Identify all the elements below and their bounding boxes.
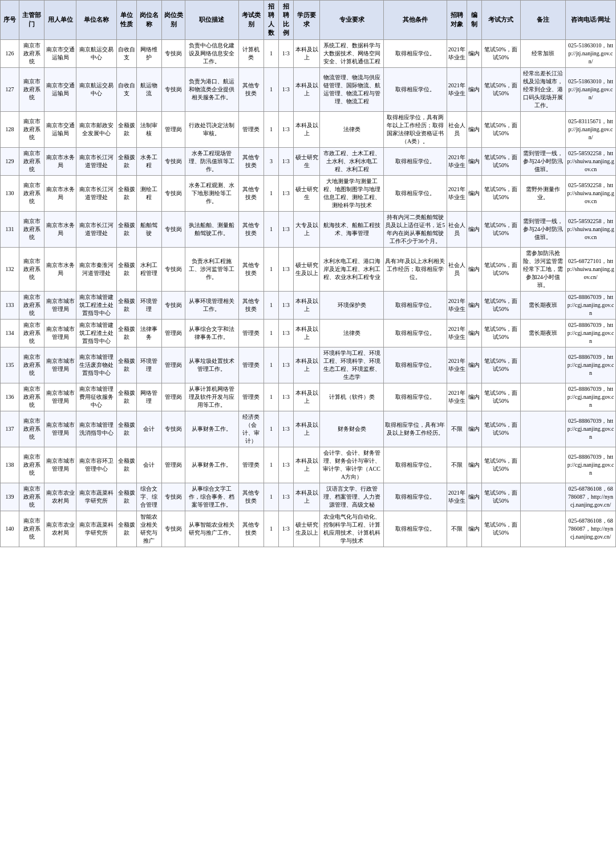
cell-unit: 南京市蔬菜科学研究所: [76, 511, 116, 547]
cell-ratio: 1∶3: [278, 111, 293, 147]
cell-num: 1: [264, 67, 279, 111]
cell-gov: 南京市政府系统: [19, 319, 44, 347]
cell-gov: 南京市政府系统: [19, 383, 44, 411]
cell-note: [520, 511, 566, 547]
table-row: 131南京市政府系统南京市水务局南京市长江河道管理处全额拨款船舶驾驶专技岗执法船…: [1, 211, 616, 247]
cell-job: 负责为港口、航运和物流类企业提供相关服务工作。: [185, 67, 239, 111]
cell-gov: 南京市政府系统: [19, 247, 44, 291]
cell-tel: 025-88867039，http://cgj.nanjing.gov.cn: [566, 383, 616, 411]
cell-no: 126: [1, 39, 19, 67]
cell-cat: 专技岗: [162, 67, 185, 111]
header-method: 考试方式: [481, 1, 520, 40]
cell-pos: 综合文字、综合管理: [136, 483, 161, 511]
cell-edit: 编内: [467, 39, 481, 67]
cell-edu: 本科及以上: [293, 39, 320, 67]
cell-target: 2021年毕业生: [447, 319, 467, 347]
cell-tel: 025-88867039，http://cgj.nanjing.gov.cn: [566, 319, 616, 347]
cell-req: 取得相应学位。: [383, 483, 447, 511]
cell-cat: 管理岗: [162, 383, 185, 411]
cell-tel: 025-88867039，http://cgj.nanjing.gov.cn: [566, 447, 616, 483]
cell-edit: 编内: [467, 111, 481, 147]
cell-pos: 水务工程: [136, 147, 161, 175]
cell-exam: 其他专技类: [238, 147, 264, 175]
cell-no: 129: [1, 147, 19, 175]
cell-major: 系统工程、数据科学与大数据技术、网络空间安全、计算机通信工程: [320, 39, 383, 67]
cell-pos: 网络管理: [136, 383, 161, 411]
header-ratio: 招聘比例: [278, 1, 293, 40]
cell-method: 笔试50%，面试50%: [481, 147, 520, 175]
cell-no: 137: [1, 411, 19, 447]
table-row: 137南京市政府系统南京市城市管理局南京市城管理洗消指导中心全额拨款会计专技岗从…: [1, 411, 616, 447]
cell-tel: 025-88867039，http://cgj.nanjing.gov.cn: [566, 347, 616, 383]
cell-method: 笔试50%，面试50%: [481, 319, 520, 347]
cell-nature: 自收自支: [116, 67, 136, 111]
cell-dept: 南京市水务局: [44, 147, 76, 175]
cell-dept: 南京市水务局: [44, 211, 76, 247]
cell-gov: 南京市政府系统: [19, 175, 44, 211]
cell-cat: 专技岗: [162, 39, 185, 67]
cell-major: 法律类: [320, 319, 383, 347]
cell-pos: 会计: [136, 447, 161, 483]
cell-gov: 南京市政府系统: [19, 291, 44, 319]
cell-job: 负责水利工程施工、涉河监管等工作。: [185, 247, 239, 291]
cell-method: 笔试50%，面试50%: [481, 291, 520, 319]
cell-num: 1: [264, 175, 279, 211]
cell-unit: 南京市蔬菜科学研究所: [76, 483, 116, 511]
cell-no: 132: [1, 247, 19, 291]
cell-tel: 025-88867039，http://cgj.nanjing.gov.cn: [566, 411, 616, 447]
cell-tel: 025-58592258，http://shuiwu.nanjing.gov.c…: [566, 211, 616, 247]
cell-pos: 会计: [136, 411, 161, 447]
table-row: 135南京市政府系统南京市城市管理局南京市城管理生活废弃物处置指导中心全额拨款环…: [1, 347, 616, 383]
cell-cat: 专技岗: [162, 211, 185, 247]
cell-nature: 全额拨款: [116, 211, 136, 247]
cell-ratio: 1∶3: [278, 247, 293, 291]
cell-note: 需到管理一线，参与24小时防汛值班。: [520, 147, 566, 175]
cell-exam: 计算机类: [238, 39, 264, 67]
cell-no: 134: [1, 319, 19, 347]
cell-unit: 南京市城管建筑工程渣土处置指导中心: [76, 291, 116, 319]
cell-cat: 管理岗: [162, 347, 185, 383]
cell-no: 140: [1, 511, 19, 547]
cell-note: [520, 411, 566, 447]
cell-target: 2021年毕业生: [447, 291, 467, 319]
cell-major: 法律类: [320, 111, 383, 147]
cell-edu: 大专及以上: [293, 211, 320, 247]
header-cat: 岗位类别: [162, 1, 185, 40]
header-no: 序号: [1, 1, 19, 40]
table-row: 138南京市政府系统南京市城市管理局南京市容环卫管理中心全额拨款会计管理岗从事财…: [1, 447, 616, 483]
table-row: 134南京市政府系统南京市城市管理局南京市城管建筑工程渣土处置指导中心全额拨款法…: [1, 319, 616, 347]
cell-ratio: 1∶3: [278, 447, 293, 483]
cell-pos: 法制审核: [136, 111, 161, 147]
cell-nature: 全额拨款: [116, 383, 136, 411]
cell-major: 航海技术、船舶工程技术、海事管理: [320, 211, 383, 247]
cell-num: 1: [264, 447, 279, 483]
header-pos: 岗位名称: [136, 1, 161, 40]
cell-method: 笔试50%，面试50%: [481, 411, 520, 447]
cell-gov: 南京市政府系统: [19, 447, 44, 483]
cell-pos: 测绘工程: [136, 175, 161, 211]
cell-ratio: 1∶3: [278, 175, 293, 211]
table-row: 132南京市政府系统南京市水务局南京市秦淮河河道管理处全额拨款水利工程管理专技岗…: [1, 247, 616, 291]
cell-ratio: 1∶3: [278, 211, 293, 247]
cell-nature: 全额拨款: [116, 347, 136, 383]
cell-cat: 专技岗: [162, 147, 185, 175]
cell-tel: 025-51863010，http://jtj.nanjing.gov.cn/: [566, 67, 616, 111]
cell-method: 笔试50%，面试50%: [481, 383, 520, 411]
cell-edit: 编内: [467, 483, 481, 511]
cell-pos: 船舶驾驶: [136, 211, 161, 247]
cell-pos: 环境管理: [136, 291, 161, 319]
cell-tel: 025-88867039，http://cgj.nanjing.gov.cn: [566, 291, 616, 319]
cell-edit: 编内: [467, 211, 481, 247]
cell-job: 执法船舶、测量船舶驾驶工作。: [185, 211, 239, 247]
cell-cat: 管理岗: [162, 319, 185, 347]
cell-major: 汉语言文学、行政管理、档案管理、人力资源管理、高级文秘: [320, 483, 383, 511]
cell-req: 持有内河二类船舶驾驶员及以上适任证书，近5年内在岗从事船舶驾驶工作不少于36个月…: [383, 211, 447, 247]
cell-no: 136: [1, 383, 19, 411]
cell-no: 131: [1, 211, 19, 247]
table-row: 129南京市政府系统南京市水务局南京市长江河道管理处全额拨款水务工程专技岗水务工…: [1, 147, 616, 175]
cell-edu: 本科及以上: [293, 383, 320, 411]
cell-method: 笔试50%，面试50%: [481, 175, 520, 211]
cell-num: 1: [264, 247, 279, 291]
cell-req: 取得相应学位，具有两年以上工作经历；取得国家法律职业资格证书（A类）。: [383, 111, 447, 147]
cell-unit: 南京市城管建筑工程渣土处置指导中心: [76, 319, 116, 347]
